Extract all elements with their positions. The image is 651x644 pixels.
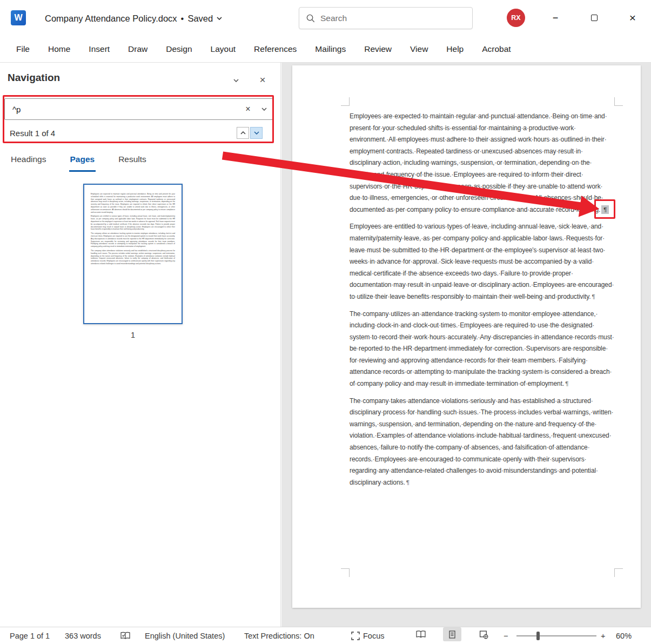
page-thumbnail[interactable]: Employees are expected to maintain regul…	[83, 184, 183, 324]
zoom-out-button[interactable]: −	[504, 627, 508, 644]
previous-result-button[interactable]	[237, 127, 249, 139]
zoom-in-button[interactable]: +	[601, 627, 605, 644]
space-mark: ·	[601, 194, 603, 202]
space-mark: ·	[441, 408, 444, 416]
word-app-icon[interactable]: W	[11, 10, 26, 25]
read-mode-button[interactable]	[412, 627, 430, 641]
space-mark: ·	[605, 136, 607, 143]
user-avatar[interactable]: RX	[507, 9, 525, 27]
ribbon-tab-layout[interactable]: Layout	[202, 36, 245, 62]
chevron-up-icon	[240, 131, 246, 135]
space-mark: ·	[377, 420, 379, 428]
nav-tab-pages[interactable]: Pages	[69, 149, 96, 172]
space-mark: ·	[549, 136, 552, 143]
word-count[interactable]: 363 words	[65, 627, 101, 644]
space-mark: ·	[521, 432, 524, 439]
space-mark: ·	[399, 357, 401, 364]
space-mark: ·	[564, 234, 566, 242]
titlebar-search-box[interactable]	[299, 7, 473, 29]
space-mark: ·	[454, 194, 456, 202]
space-mark: ·	[538, 223, 540, 230]
ribbon-tab-view[interactable]: View	[401, 36, 437, 62]
page-indicator[interactable]: Page 1 of 1	[10, 627, 50, 644]
maximize-button[interactable]	[582, 5, 607, 30]
space-mark: ·	[571, 194, 573, 202]
document-paragraph-1[interactable]: Employees·are·expected·to·maintain·regul…	[350, 111, 614, 216]
space-mark: ·	[551, 270, 553, 277]
print-layout-button[interactable]	[443, 627, 461, 641]
titlebar-search-input[interactable]	[320, 14, 466, 23]
search-options-dropdown[interactable]	[256, 101, 272, 117]
ribbon-tab-mailings[interactable]: Mailings	[306, 36, 355, 62]
space-mark: ·	[381, 408, 383, 416]
document-title-group[interactable]: Company Attendance Policy.docx • Saved	[45, 11, 222, 25]
document-text[interactable]: Employees·are·expected·to·maintain·regul…	[350, 111, 614, 494]
ribbon-tab-review[interactable]: Review	[355, 36, 401, 62]
web-layout-button[interactable]	[474, 627, 493, 641]
document-page[interactable]: Employees·are·expected·to·maintain·regul…	[292, 65, 641, 608]
language-indicator[interactable]: English (United States)	[145, 627, 225, 644]
space-mark: ·	[492, 408, 494, 416]
space-mark: ·	[583, 136, 585, 143]
close-button[interactable]: ×	[620, 5, 645, 30]
ribbon-tab-acrobat[interactable]: Acrobat	[473, 36, 520, 62]
space-mark: ·	[402, 234, 404, 242]
space-mark: ·	[453, 380, 455, 387]
space-mark: ·	[492, 345, 494, 352]
space-mark: ·	[532, 136, 534, 143]
document-paragraph-4[interactable]: The·company·takes·attendance·violations·…	[350, 395, 614, 489]
navigation-collapse-button[interactable]	[229, 75, 243, 86]
space-mark: ·	[571, 258, 573, 265]
space-mark: ·	[489, 112, 491, 120]
space-mark: ·	[521, 124, 523, 132]
status-bar: Page 1 of 1 363 words English (United St…	[0, 627, 651, 644]
zoom-slider-thumb[interactable]	[536, 632, 540, 640]
navigation-search-input[interactable]	[5, 105, 240, 114]
space-mark: ·	[586, 357, 588, 364]
proofing-status-button[interactable]	[120, 627, 131, 644]
text-predictions-indicator[interactable]: Text Predictions: On	[244, 627, 314, 644]
space-mark: ·	[446, 432, 448, 439]
space-mark: ·	[596, 333, 598, 341]
next-result-button[interactable]	[250, 127, 263, 139]
space-mark: ·	[485, 171, 487, 178]
nav-tab-results[interactable]: Results	[117, 149, 147, 172]
space-mark: ·	[452, 281, 454, 289]
clear-search-button[interactable]: ×	[240, 101, 256, 117]
space-mark: ·	[569, 159, 572, 166]
navigation-pane-title: Navigation	[8, 72, 60, 84]
space-mark: ·	[522, 258, 524, 265]
ribbon-tab-design[interactable]: Design	[157, 36, 201, 62]
nav-tab-headings[interactable]: Headings	[10, 149, 48, 172]
avatar-initials: RX	[511, 14, 520, 22]
ribbon-tab-help[interactable]: Help	[437, 36, 473, 62]
ribbon-tab-references[interactable]: References	[245, 36, 306, 62]
space-mark: ·	[578, 112, 580, 120]
navigation-pane: Navigation × × Result 1 of 4 HeadingsPag…	[0, 63, 281, 627]
minimize-button[interactable]: −	[543, 5, 568, 30]
space-mark: ·	[390, 345, 392, 352]
space-mark: ·	[393, 206, 395, 213]
space-mark: ·	[508, 397, 511, 405]
focus-mode-button[interactable]: Focus	[351, 627, 385, 644]
ribbon-tab-file[interactable]: File	[7, 36, 39, 62]
space-mark: ·	[386, 357, 388, 364]
space-mark: ·	[438, 246, 440, 254]
space-mark: ·	[536, 246, 539, 254]
space-mark: ·	[419, 310, 421, 318]
space-mark: ·	[603, 246, 605, 254]
ribbon-tab-insert[interactable]: Insert	[79, 36, 119, 62]
space-mark: ·	[412, 345, 414, 352]
space-mark: ·	[444, 467, 446, 474]
zoom-level-indicator[interactable]: 60%	[616, 627, 632, 644]
ribbon-tab-home[interactable]: Home	[39, 36, 79, 62]
document-paragraph-2[interactable]: Employees·are·entitled·to·various·types·…	[350, 221, 614, 303]
space-mark: ·	[384, 171, 386, 178]
space-mark: ·	[444, 368, 446, 375]
navigation-search-box[interactable]: ×	[4, 98, 273, 120]
space-mark: ·	[526, 357, 528, 364]
navigation-close-button[interactable]: ×	[255, 72, 270, 88]
zoom-slider[interactable]	[516, 635, 596, 636]
ribbon-tab-draw[interactable]: Draw	[119, 36, 157, 62]
document-paragraph-3[interactable]: The·company·utilizes·an·attendance·track…	[350, 308, 614, 390]
